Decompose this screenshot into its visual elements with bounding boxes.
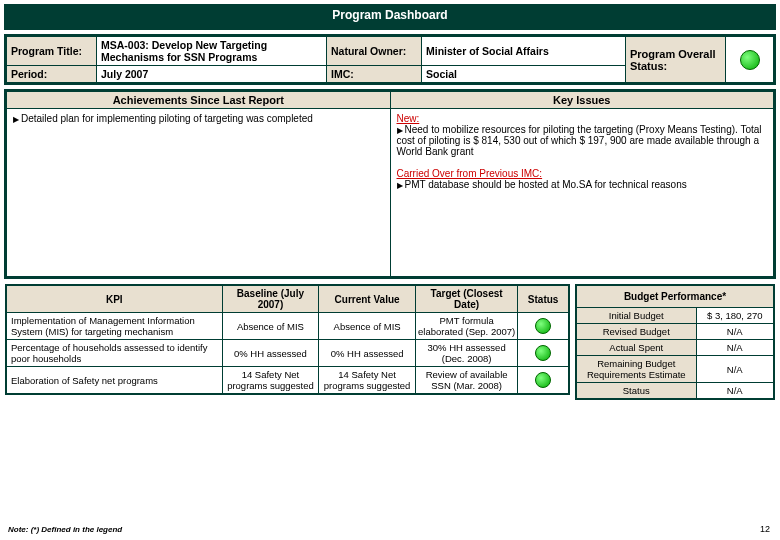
overall-status-value — [726, 37, 774, 83]
page-number: 12 — [760, 524, 770, 534]
overall-status-label: Program Overall Status: — [626, 37, 726, 83]
kpi-col-target: Target (Closest Date) — [415, 285, 517, 313]
kpi-col-baseline: Baseline (July 2007) — [222, 285, 319, 313]
kpi-col-name: KPI — [6, 285, 222, 313]
key-issues-header: Key Issues — [390, 92, 774, 109]
achievement-item: Detailed plan for implementing piloting … — [21, 113, 313, 124]
bullet-icon: ▶ — [13, 115, 19, 124]
kpi-col-status: Status — [518, 285, 569, 313]
budget-label: Status — [576, 383, 696, 400]
budget-label: Remaining Budget Requirements Estimate — [576, 356, 696, 383]
budget-value: $ 3, 180, 270 — [696, 308, 774, 324]
table-row: Remaining Budget Requirements Estimate N… — [576, 356, 774, 383]
table-row: Actual Spent N/A — [576, 340, 774, 356]
budget-value: N/A — [696, 340, 774, 356]
status-green-icon — [535, 318, 551, 334]
status-green-icon — [535, 372, 551, 388]
mid-section-table: Achievements Since Last Report Key Issue… — [6, 91, 774, 277]
table-row: Initial Budget $ 3, 180, 270 — [576, 308, 774, 324]
dashboard-title: Program Dashboard — [6, 6, 774, 28]
table-row: Revised Budget N/A — [576, 324, 774, 340]
achievements-header: Achievements Since Last Report — [7, 92, 391, 109]
program-title-label: Program Title: — [7, 37, 97, 66]
bullet-icon: ▶ — [397, 126, 403, 135]
header-table: Program Title: MSA-003: Develop New Targ… — [6, 36, 774, 83]
budget-label: Actual Spent — [576, 340, 696, 356]
issue-carried-item: PMT database should be hosted at Mo.SA f… — [405, 179, 687, 190]
natural-owner-label: Natural Owner: — [327, 37, 422, 66]
table-row: Percentage of households assessed to ide… — [6, 340, 569, 367]
table-row: Status N/A — [576, 383, 774, 400]
key-issues-body: New: ▶Need to mobilize resources for pil… — [390, 109, 774, 277]
kpi-name: Elaboration of Safety net programs — [6, 367, 222, 395]
kpi-name: Percentage of households assessed to ide… — [6, 340, 222, 367]
issues-new-label: New: — [397, 113, 420, 124]
budget-value: N/A — [696, 324, 774, 340]
kpi-current: 14 Safety Net programs suggested — [319, 367, 416, 395]
program-title-value: MSA-003: Develop New Targeting Mechanism… — [97, 37, 327, 66]
achievements-body: ▶Detailed plan for implementing piloting… — [7, 109, 391, 277]
kpi-col-current: Current Value — [319, 285, 416, 313]
period-value: July 2007 — [97, 66, 327, 83]
kpi-status — [518, 367, 569, 395]
kpi-target: 30% HH assessed (Dec. 2008) — [415, 340, 517, 367]
imc-value: Social — [422, 66, 626, 83]
budget-label: Initial Budget — [576, 308, 696, 324]
budget-value: N/A — [696, 383, 774, 400]
kpi-status — [518, 313, 569, 340]
table-row: Implementation of Management Information… — [6, 313, 569, 340]
budget-table: Budget Performance* Initial Budget $ 3, … — [575, 284, 775, 400]
status-green-icon — [535, 345, 551, 361]
natural-owner-value: Minister of Social Affairs — [422, 37, 626, 66]
status-green-icon — [740, 50, 760, 70]
kpi-baseline: Absence of MIS — [222, 313, 319, 340]
kpi-table: KPI Baseline (July 2007) Current Value T… — [5, 284, 570, 395]
issues-carried-label: Carried Over from Previous IMC: — [397, 168, 543, 179]
kpi-status — [518, 340, 569, 367]
table-row: Elaboration of Safety net programs 14 Sa… — [6, 367, 569, 395]
kpi-baseline: 0% HH assessed — [222, 340, 319, 367]
kpi-current: 0% HH assessed — [319, 340, 416, 367]
bullet-icon: ▶ — [397, 181, 403, 190]
kpi-name: Implementation of Management Information… — [6, 313, 222, 340]
kpi-baseline: 14 Safety Net programs suggested — [222, 367, 319, 395]
budget-header: Budget Performance* — [576, 285, 774, 308]
budget-label: Revised Budget — [576, 324, 696, 340]
issue-new-item: Need to mobilize resources for piloting … — [397, 124, 762, 157]
kpi-current: Absence of MIS — [319, 313, 416, 340]
period-label: Period: — [7, 66, 97, 83]
kpi-target: PMT formula elaborated (Sep. 2007) — [415, 313, 517, 340]
kpi-target: Review of available SSN (Mar. 2008) — [415, 367, 517, 395]
footnote: Note: (*) Defined in the legend — [8, 525, 122, 534]
imc-label: IMC: — [327, 66, 422, 83]
budget-value: N/A — [696, 356, 774, 383]
